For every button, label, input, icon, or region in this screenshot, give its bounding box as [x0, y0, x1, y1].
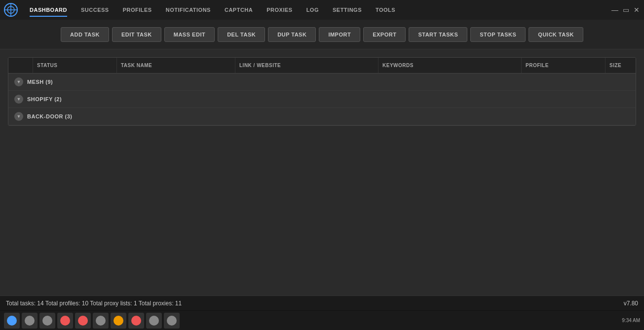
col-expand	[8, 58, 33, 73]
taskbar-icon-4[interactable]	[57, 313, 73, 329]
taskbar-icon-3[interactable]	[39, 313, 55, 329]
chevron-down-icon: ▼	[14, 112, 23, 121]
title-bar: DASHBOARDSUCCESSPROFILESNOTIFICATIONSCAP…	[0, 0, 644, 20]
taskbar-icon-10[interactable]	[164, 313, 180, 329]
start-tasks-button[interactable]: START TASKS	[409, 27, 467, 42]
col-keywords: KEYWORDS	[379, 58, 522, 73]
toolbar: ADD TASKEDIT TASKMASS EDITDEL TASKDUP TA…	[0, 20, 644, 49]
taskbar-items	[4, 313, 180, 329]
group-row-shopify[interactable]: ▼SHOPIFY (2)	[8, 91, 636, 108]
group-label-shopify: SHOPIFY (2)	[27, 96, 62, 102]
nav-item-proxies[interactable]: PROXIES	[260, 3, 299, 17]
nav-item-tools[interactable]: TOOLS	[369, 3, 402, 17]
maximize-button[interactable]: ▭	[622, 6, 629, 13]
taskbar-icon-2[interactable]	[22, 313, 38, 329]
nav-menu: DASHBOARDSUCCESSPROFILESNOTIFICATIONSCAP…	[23, 3, 402, 17]
dup-task-button[interactable]: DUP TASK	[268, 27, 316, 42]
taskbar-icon-8[interactable]	[128, 313, 144, 329]
version-text: v7.80	[624, 300, 638, 307]
add-task-button[interactable]: ADD TASK	[61, 27, 109, 42]
nav-item-notifications[interactable]: NOTIFICATIONS	[159, 3, 218, 17]
close-button[interactable]: ✕	[633, 6, 640, 13]
minimize-button[interactable]: —	[611, 6, 618, 13]
group-label-back-door: BACK-DOOR (3)	[27, 113, 72, 119]
taskbar-icon-9[interactable]	[146, 313, 162, 329]
chevron-down-icon: ▼	[14, 77, 23, 86]
taskbar-icon-6[interactable]	[93, 313, 109, 329]
nav-item-success[interactable]: SUCCESS	[74, 3, 116, 17]
taskbar: 9:34 AM	[0, 310, 644, 330]
del-task-button[interactable]: DEL TASK	[218, 27, 265, 42]
title-bar-controls: — ▭ ✕	[611, 6, 640, 13]
mass-edit-button[interactable]: MASS EDIT	[164, 27, 215, 42]
col-task-name: TASK NAME	[117, 58, 235, 73]
app-logo-icon	[4, 3, 18, 17]
task-table: STATUS TASK NAME LINK / WEBSITE KEYWORDS…	[8, 57, 636, 126]
col-profile: PROFILE	[522, 58, 606, 73]
group-row-mesh[interactable]: ▼MESH (9)	[8, 73, 636, 91]
nav-item-log[interactable]: LOG	[300, 3, 326, 17]
status-text: Total tasks: 14 Total profiles: 10 Total…	[6, 300, 182, 307]
nav-item-settings[interactable]: SETTINGS	[326, 3, 369, 17]
nav-item-profiles[interactable]: PROFILES	[116, 3, 159, 17]
main-content: STATUS TASK NAME LINK / WEBSITE KEYWORDS…	[0, 49, 644, 295]
col-size: SIZE	[606, 58, 636, 73]
stop-tasks-button[interactable]: STOP TASKS	[470, 27, 526, 42]
export-button[interactable]: EXPORT	[363, 27, 406, 42]
taskbar-icon-1[interactable]	[4, 313, 20, 329]
taskbar-icon-7[interactable]	[111, 313, 126, 329]
title-bar-left: DASHBOARDSUCCESSPROFILESNOTIFICATIONSCAP…	[4, 3, 402, 17]
group-row-back-door[interactable]: ▼BACK-DOOR (3)	[8, 108, 636, 125]
status-bar: Total tasks: 14 Total profiles: 10 Total…	[0, 295, 644, 310]
col-link: LINK / WEBSITE	[235, 58, 379, 73]
taskbar-icon-5[interactable]	[75, 313, 91, 329]
quick-task-button[interactable]: QUICK TASK	[529, 27, 583, 42]
table-header: STATUS TASK NAME LINK / WEBSITE KEYWORDS…	[8, 58, 636, 73]
group-label-mesh: MESH (9)	[27, 79, 53, 85]
col-status: STATUS	[33, 58, 117, 73]
edit-task-button[interactable]: EDIT TASK	[112, 27, 161, 42]
chevron-down-icon: ▼	[14, 95, 23, 104]
taskbar-clock: 9:34 AM	[622, 318, 640, 323]
nav-item-captcha[interactable]: CAPTCHA	[218, 3, 260, 17]
group-rows: ▼MESH (9)▼SHOPIFY (2)▼BACK-DOOR (3)	[8, 73, 636, 125]
nav-item-dashboard[interactable]: DASHBOARD	[23, 3, 74, 17]
import-button[interactable]: IMPORT	[319, 27, 360, 42]
